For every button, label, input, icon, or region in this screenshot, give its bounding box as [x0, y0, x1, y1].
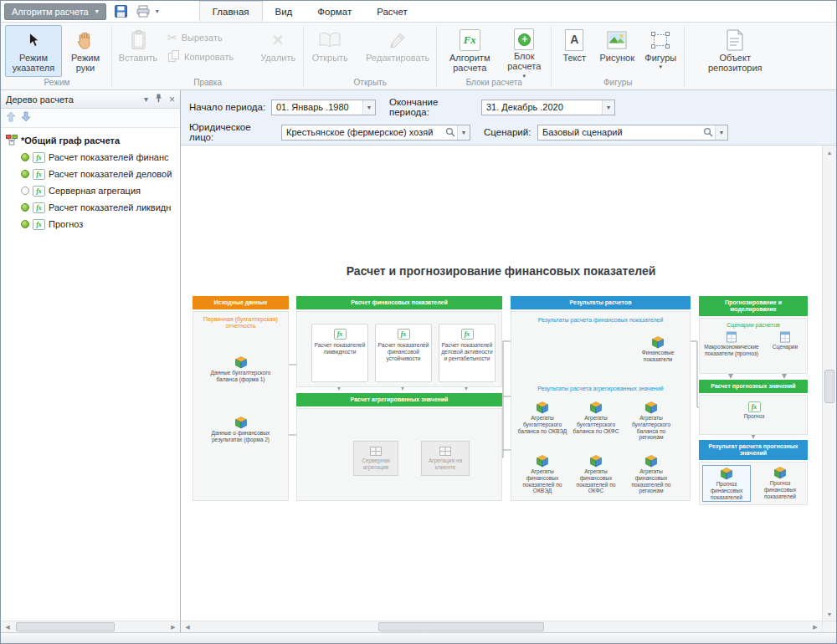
- diagram-node-financial-indicators[interactable]: Финансовые показатели: [627, 335, 689, 363]
- horizontal-scrollbar[interactable]: ◀ ▶: [181, 621, 822, 632]
- search-icon[interactable]: [701, 127, 715, 137]
- panel-aggcalc[interactable]: Серверная агрегация Агрегация на клиенте: [296, 408, 502, 501]
- paste-button[interactable]: Вставить: [115, 25, 162, 77]
- copy-button[interactable]: Копировать: [165, 48, 240, 65]
- scroll-right-arrow-icon[interactable]: ▶: [167, 621, 180, 632]
- calculation-block-button[interactable]: + Блок расчета ▾: [500, 25, 548, 77]
- delete-button[interactable]: × Удалить: [255, 25, 300, 77]
- tab-home[interactable]: Главная: [199, 1, 263, 22]
- ribbon-group-repository: Объект репозитория: [685, 23, 785, 89]
- tree-item[interactable]: fx Прогноз: [1, 216, 180, 233]
- panel-results[interactable]: Результаты расчета финансовых показателе…: [511, 311, 691, 501]
- shapes-button[interactable]: Фигуры ▾: [639, 25, 681, 77]
- edit-object-button[interactable]: Редактировать: [362, 25, 434, 77]
- section-header-fincalc[interactable]: Расчет финансовых показателей: [296, 296, 502, 309]
- panel-forecast-result[interactable]: Прогноз финансовых показателей Прогноз ф…: [699, 462, 808, 505]
- panel-menu-chevron-icon[interactable]: ▾: [144, 95, 148, 104]
- fx-block-icon: fx: [461, 329, 474, 340]
- panel-source-data[interactable]: Первичная (бухгалтерская) отчетность Дан…: [193, 311, 289, 501]
- chevron-down-icon[interactable]: ▼: [602, 100, 614, 115]
- diagram-node-forecast-result-selected[interactable]: Прогноз финансовых показателей: [702, 465, 751, 502]
- scrollbar-thumb[interactable]: [16, 622, 115, 631]
- diagram-node-balance-data[interactable]: Данные бухгалтерского баланса (форма 1): [205, 355, 276, 383]
- tab-calculation[interactable]: Расчет: [364, 1, 420, 22]
- diagram-node-forecast-result[interactable]: Прогноз финансовых показателей: [755, 466, 805, 499]
- section-header-aggcalc[interactable]: Расчет агрегированных значений: [296, 393, 502, 406]
- scrollbar-thumb[interactable]: [824, 370, 834, 403]
- tab-view[interactable]: Вид: [263, 1, 306, 22]
- text-shape-button[interactable]: A Текст: [554, 25, 594, 77]
- tree-item-label: Расчет показателей деловой: [49, 169, 172, 179]
- diagram-node-client-aggregation[interactable]: Агрегация на клиенте: [421, 441, 470, 476]
- tree-root-item[interactable]: *Общий граф расчета: [1, 132, 180, 149]
- diagram-node-aggregate[interactable]: Агрегаты бухгалтерского баланса по регио…: [625, 401, 677, 441]
- diagram-node-aggregate[interactable]: Агрегаты финансовых показателей по регио…: [625, 454, 677, 494]
- diagram-node-finresults-data[interactable]: Данные о финансовых результатах (форма 2…: [205, 416, 276, 443]
- pointer-mode-button[interactable]: Режим указателя: [5, 25, 62, 77]
- diagram-node-server-aggregation[interactable]: Серверная агрегация: [353, 441, 398, 476]
- scrollbar-thumb[interactable]: [378, 622, 544, 631]
- section-header-forecast-result[interactable]: Результат расчета прогнозных значений: [699, 440, 808, 460]
- chevron-down-icon[interactable]: ▼: [715, 125, 727, 140]
- scroll-up-arrow-icon[interactable]: ▲: [823, 146, 836, 159]
- save-button[interactable]: [111, 3, 131, 20]
- section-header-forecast-calc[interactable]: Расчет прогнозных значений: [699, 380, 808, 393]
- diagram-node-stability-calc[interactable]: fx Расчет показателей финансовой устойчи…: [375, 324, 432, 382]
- tree-item[interactable]: fx Расчет показателей финанс: [1, 149, 180, 166]
- diagram-title[interactable]: Расчет и прогнозирование финансовых пока…: [185, 264, 817, 278]
- panel-forecast-scenarios[interactable]: Сценарии расчетов Макроэкономические пок…: [699, 318, 808, 374]
- panel-forecast-calc[interactable]: fx Прогноз: [699, 395, 808, 435]
- group-label-open: Открыть: [304, 77, 436, 89]
- scroll-right-arrow-icon[interactable]: ▶: [809, 621, 822, 632]
- chevron-down-icon[interactable]: ▼: [362, 100, 375, 115]
- tree-item[interactable]: fx Серверная агрегация: [1, 182, 180, 199]
- scroll-left-arrow-icon[interactable]: ◀: [181, 621, 194, 632]
- cut-button[interactable]: ✂ Вырезать: [165, 28, 240, 46]
- quick-access-caret-icon[interactable]: ▾: [156, 8, 159, 15]
- diagram-node-aggregate[interactable]: Агрегаты бухгалтерского баланса по ОКВЭД: [516, 401, 568, 434]
- diagram-node-scenarios[interactable]: Сценарии: [765, 331, 805, 350]
- diagram-node-aggregate[interactable]: Агрегаты финансовых показателей по ОКФС: [570, 454, 622, 494]
- tree-item[interactable]: fx Расчет показателей деловой: [1, 166, 180, 182]
- diagram-node-forecast-calc[interactable]: fx Прогноз: [723, 401, 785, 420]
- section-header-source[interactable]: Исходные данные: [193, 296, 289, 309]
- diagram-node-aggregate[interactable]: Агрегаты бухгалтерского баланса по ОКФС: [570, 401, 622, 434]
- move-up-button[interactable]: [6, 110, 16, 125]
- tree-item[interactable]: fx Расчет показателей ликвидн: [1, 199, 180, 216]
- scroll-left-arrow-icon[interactable]: ◀: [1, 621, 14, 632]
- section-header-forecast[interactable]: Прогнозирование и моделирование: [699, 296, 808, 316]
- cursor-icon: [28, 28, 39, 52]
- tree-horizontal-scrollbar[interactable]: ◀ ▶: [1, 621, 180, 632]
- move-down-button[interactable]: [21, 110, 31, 125]
- scroll-down-arrow-icon[interactable]: ▼: [823, 607, 836, 621]
- end-period-combobox[interactable]: 31. Декабрь .2020 ▼: [481, 100, 615, 115]
- pin-icon[interactable]: [155, 94, 162, 105]
- repository-object-button[interactable]: Объект репозитория: [701, 25, 768, 77]
- diagram-node-liquidity-calc[interactable]: fx Расчет показателей ликвидности: [311, 324, 368, 382]
- diagram-node-activity-calc[interactable]: fx Расчет показателей деловой активности…: [439, 324, 496, 382]
- delete-x-icon: ×: [273, 28, 284, 52]
- chevron-down-icon[interactable]: ▼: [457, 125, 470, 140]
- search-icon[interactable]: [444, 127, 457, 137]
- diagram-canvas[interactable]: Расчет и прогнозирование финансовых пока…: [181, 146, 822, 621]
- legal-entity-combobox[interactable]: Крестьянское (фермерское) хозяй ▼: [281, 125, 470, 141]
- scrollbar-corner: [822, 621, 836, 632]
- tree-item-label: Расчет показателей ликвидн: [49, 202, 171, 212]
- close-icon[interactable]: ×: [169, 95, 175, 105]
- app-menu-button[interactable]: Алгоритм расчета ▾: [4, 3, 106, 20]
- hand-icon: [77, 28, 94, 52]
- source-subtitle: Первичная (бухгалтерская) отчетность: [195, 316, 286, 330]
- diagram-node-macro-indicators[interactable]: Макроэкономические показатели (прогноз): [701, 331, 762, 357]
- open-button[interactable]: Открыть: [306, 25, 353, 77]
- start-period-combobox[interactable]: 01. Январь .1980 ▼: [271, 100, 376, 115]
- tab-format[interactable]: Формат: [305, 1, 364, 22]
- print-button[interactable]: [133, 3, 153, 20]
- hand-mode-button[interactable]: Режим руки: [62, 25, 109, 77]
- section-header-results[interactable]: Результаты расчетов: [511, 296, 691, 309]
- picture-button[interactable]: Рисунок: [594, 25, 639, 77]
- vertical-scrollbar[interactable]: ▲ ▼: [822, 146, 836, 621]
- diagram-node-aggregate[interactable]: Агрегаты финансовых показателей по ОКВЭД: [516, 454, 568, 494]
- calculation-algorithm-button[interactable]: Fx Алгоритм расчета: [439, 25, 500, 77]
- scenario-combobox[interactable]: Базовый сценарий ▼: [537, 125, 728, 141]
- panel-fincalc[interactable]: fx Расчет показателей ликвидности fx Рас…: [296, 311, 502, 387]
